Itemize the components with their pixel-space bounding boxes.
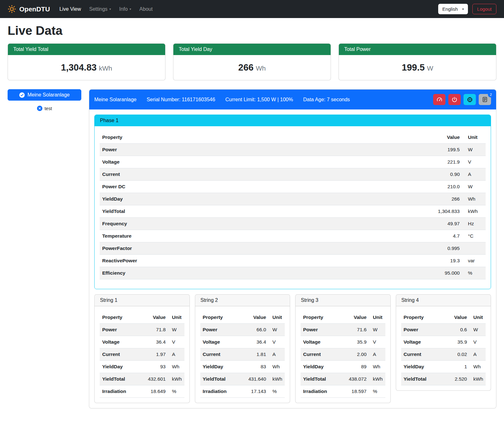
logout-button[interactable]: Logout: [472, 4, 496, 14]
table-row: Irradiation18.649%: [100, 385, 184, 398]
nav-item-about[interactable]: About: [140, 6, 153, 12]
strings-row: String 1 Property Value Unit: [94, 294, 491, 403]
x-circle-icon[interactable]: [37, 106, 42, 111]
unit-header: Unit: [462, 131, 486, 144]
string-card-header: String 1: [95, 295, 190, 306]
power-toggle-button[interactable]: [448, 94, 461, 105]
test-inverter-label: test: [45, 106, 52, 111]
value-cell: 432.601: [138, 373, 168, 385]
nav-item-label: About: [140, 6, 153, 12]
language-select-value: English: [442, 6, 458, 12]
string-card-body: Property Value Unit Power71.6WVoltage35.…: [296, 306, 390, 403]
brand[interactable]: OpenDTU: [8, 5, 50, 13]
unit-cell: W: [470, 324, 486, 336]
card-unit: W: [427, 65, 433, 72]
card-unit: kWh: [99, 65, 112, 72]
nav-item-label: Settings: [89, 6, 108, 12]
property-cell: Voltage: [200, 336, 239, 348]
unit-cell: A: [269, 348, 285, 361]
inverter-data-age: Data Age: 7 seconds: [303, 97, 350, 103]
unit-cell: Hz: [462, 218, 486, 230]
card-total-yield-day: Total Yield Day 266Wh: [173, 43, 331, 80]
table-header-row: Property Value Unit: [401, 311, 486, 324]
unit-cell: W: [369, 324, 385, 336]
nav-item-label: Live View: [59, 6, 81, 12]
table-row: Irradiation17.143%: [200, 385, 285, 398]
table-row: Irradiation18.597%: [301, 385, 385, 398]
nav-item-live-view[interactable]: Live View: [59, 6, 81, 12]
journal-list-icon: [482, 97, 488, 103]
value-header: Value: [316, 131, 462, 144]
phase-card: Phase 1 Property Value Unit Power199.5WV…: [94, 115, 491, 289]
property-cell: YieldDay: [100, 361, 138, 373]
property-cell: Power: [200, 324, 239, 336]
value-cell: 4.7: [316, 230, 462, 242]
property-cell: Current: [100, 168, 316, 181]
table-header-row: Property Value Unit: [100, 131, 486, 144]
table-row: Voltage36.4V: [100, 336, 184, 348]
unit-cell: W: [462, 181, 486, 193]
property-header: Property: [200, 311, 239, 324]
brand-name: OpenDTU: [19, 5, 50, 13]
value-cell: 36.4: [138, 336, 168, 348]
table-row: YieldTotal2.520kWh: [401, 373, 486, 385]
event-log-button[interactable]: 2: [479, 94, 491, 105]
unit-cell: V: [269, 336, 285, 348]
summary-cards-row: Total Yield Total 1,304.83kWh Total Yiel…: [8, 43, 496, 80]
value-cell: 18.649: [138, 385, 168, 398]
unit-cell: Wh: [470, 361, 486, 373]
card-header: Total Yield Total: [8, 44, 165, 55]
property-cell: YieldTotal: [100, 373, 138, 385]
property-cell: Temperature: [100, 230, 316, 242]
main-layout: Meine Solaranlage test Meine Solaranlage…: [8, 89, 496, 415]
nav-item-settings[interactable]: Settings ▾: [89, 6, 111, 12]
value-cell: 0.02: [443, 348, 470, 361]
value-cell: 0.6: [443, 324, 470, 336]
value-cell: 49.97: [316, 218, 462, 230]
table-row: Current2.00A: [301, 348, 385, 361]
property-cell: YieldTotal: [100, 205, 316, 218]
property-cell: Irradiation: [100, 385, 138, 398]
string-table: Property Value Unit Power71.8WVoltage36.…: [100, 311, 184, 398]
limit-settings-button[interactable]: [433, 94, 445, 105]
navbar-right: English ▾ Logout: [438, 4, 496, 14]
unit-cell: °C: [462, 230, 486, 242]
language-select[interactable]: English ▾: [438, 4, 468, 14]
table-row: Efficiency95.000%: [100, 267, 486, 279]
unit-cell: %: [269, 385, 285, 398]
nav-item-label: Info: [119, 6, 128, 12]
value-cell: 1: [443, 361, 470, 373]
table-row: Current0.02A: [401, 348, 486, 361]
test-inverter-item[interactable]: test: [8, 106, 81, 111]
unit-cell: W: [168, 324, 184, 336]
table-row: Frequency49.97Hz: [100, 218, 486, 230]
unit-cell: V: [168, 336, 184, 348]
chevron-down-icon: ▾: [130, 8, 131, 11]
property-header: Property: [100, 131, 316, 144]
chevron-down-icon: ▾: [462, 8, 464, 11]
table-row: YieldDay1Wh: [401, 361, 486, 373]
string-card-4: String 4 Property Value Unit: [396, 294, 491, 391]
unit-header: Unit: [369, 311, 385, 324]
unit-cell: %: [369, 385, 385, 398]
unit-cell: V: [470, 336, 486, 348]
property-cell: Irradiation: [200, 385, 239, 398]
unit-cell: kWh: [462, 205, 486, 218]
table-row: YieldTotal432.601kWh: [100, 373, 184, 385]
property-cell: Voltage: [100, 156, 316, 168]
property-cell: YieldTotal: [301, 373, 339, 385]
inverter-select-label: Meine Solaranlage: [28, 92, 70, 98]
table-row: YieldDay83Wh: [200, 361, 285, 373]
property-cell: Power: [100, 144, 316, 156]
inverter-select-button[interactable]: Meine Solaranlage: [8, 89, 81, 101]
card-value: 199.5: [402, 62, 425, 72]
table-row: Current1.97A: [100, 348, 184, 361]
table-row: YieldTotal1,304.833kWh: [100, 205, 486, 218]
property-cell: Power: [401, 324, 443, 336]
table-row: YieldDay266Wh: [100, 193, 486, 205]
device-info-button[interactable]: [464, 94, 476, 105]
table-header-row: Property Value Unit: [301, 311, 385, 324]
string-table: Property Value Unit Power0.6WVoltage35.9…: [401, 311, 486, 385]
nav-item-info[interactable]: Info ▾: [119, 6, 131, 12]
value-header: Value: [339, 311, 369, 324]
